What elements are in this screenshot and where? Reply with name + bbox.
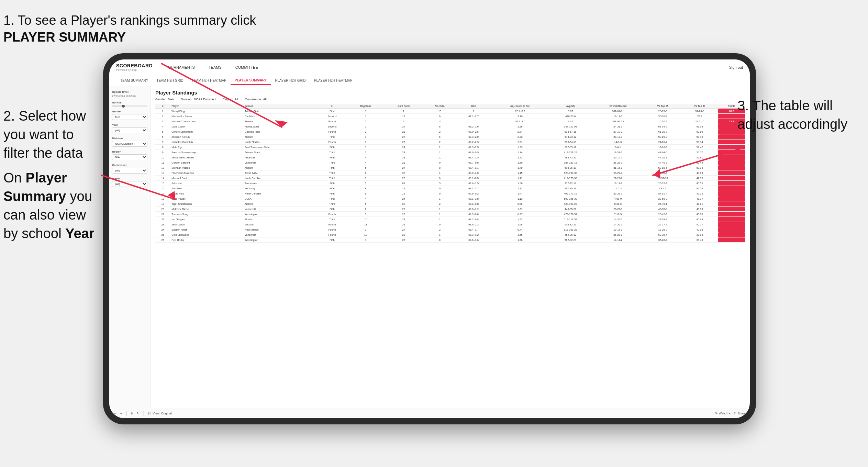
logo-sub: Powered by dippi — [116, 68, 153, 71]
col-adj-score: Adj. Score to Par — [491, 104, 549, 109]
header-right: Sign out — [729, 65, 743, 69]
sidebar-conference: Conference (All) — [112, 164, 147, 174]
table-row: 2Michael Le SassoOle MissSecond118067.1 … — [155, 114, 745, 119]
sub-nav-player-summary[interactable]: PLAYER SUMMARY — [231, 76, 271, 85]
sub-nav-player-h2h-grid[interactable]: PLAYER H2H GRID — [271, 77, 310, 85]
table-row: 3Michael ThorbjornsonStanfordFourth22160… — [155, 119, 745, 124]
annotation-3: 3. The table will adjust accordingly — [737, 96, 861, 133]
no-rds-slider[interactable] — [112, 105, 147, 107]
table-row: 22Ian GilliganFloridaThird1024168.7 -0.8… — [155, 217, 745, 222]
filter-region: Region: All — [223, 98, 238, 101]
table-row: 13Phichaksn MaichonTexas A&MThird630169.… — [155, 170, 745, 176]
division-select[interactable]: NCAA Division I — [112, 141, 147, 147]
sign-out-link[interactable]: Sign out — [729, 65, 743, 69]
content-area: Player Standings Gender: Men Division: N… — [151, 86, 750, 408]
table-row: 4Luke ClatonFlorida StateSecond127668.2 … — [155, 124, 745, 129]
conference-label: Conference — [112, 164, 147, 167]
sidebar-region: Region N/A — [112, 150, 147, 160]
sub-nav-player-h2h-heatmap[interactable]: PLAYER H2H HEATMAP — [310, 77, 357, 85]
sidebar-division: Division NCAA Division I — [112, 137, 147, 147]
bottom-toolbar: ↩ ↪ | ⊕ ↻ | 📋 View: Original 👁 Watch ▾ ⬆… — [109, 408, 750, 418]
watch-btn[interactable]: 👁 Watch ▾ — [715, 412, 730, 415]
region-select[interactable]: N/A — [112, 154, 147, 160]
table-row: 14Maxwell FordNorth CarolinaThird723069.… — [155, 176, 745, 181]
annotation-1: 1. To see a Player's rankings summary cl… — [3, 12, 265, 46]
sidebar: Update time: 27/03/2024 16:56:26 No Rds.… — [109, 86, 151, 408]
player-label: Player — [112, 177, 147, 180]
sub-nav-team-h2h-heatmap[interactable]: TEAM H2H HEATMAP — [188, 77, 231, 85]
filter-conference: Conference: All — [245, 98, 267, 101]
share-btn[interactable]: ⬆ Share — [734, 412, 746, 415]
sub-nav-team-h2h-grid[interactable]: TEAM H2H GRID — [153, 77, 188, 85]
table-row: 7Nicholas GabrelcikNorth FloridaFourth12… — [155, 140, 745, 145]
no-rds-label: No Rds. — [112, 101, 147, 104]
table-row: 17David FordNorth CarolinaFifth919067.9 … — [155, 191, 745, 196]
table-row: 20Matthew RiedelVanderbiltFifth626168.0 … — [155, 207, 745, 212]
filter-gender: Gender: Men — [155, 98, 174, 101]
table-row: 24Bastien AmatNew MexicoFourth127269.4 -… — [155, 227, 745, 232]
table-row: 11Gordon SargentVanderbiltThird421068.7 … — [155, 160, 745, 165]
col-conf-rank: Conf Rank — [384, 104, 423, 109]
col-reg-rank: Reg Rank — [347, 104, 384, 109]
nav-committee[interactable]: COMMITTEE — [233, 64, 261, 71]
logo-area: SCOREBOARD Powered by dippi — [116, 63, 153, 71]
col-overall: Overall Record — [592, 104, 644, 109]
year-label: Year — [112, 123, 147, 126]
view-btn[interactable]: 📋 View: Original — [148, 412, 171, 415]
logo-text: SCOREBOARD — [116, 63, 153, 68]
sub-nav: TEAM SUMMARY TEAM H2H GRID TEAM H2H HEAT… — [109, 75, 750, 86]
gender-select[interactable]: Men — [112, 114, 147, 120]
table-row: 8Mats EgeEast Tennessee StateFifth124268… — [155, 145, 745, 150]
nav-tournaments[interactable]: TOURNAMENTS — [163, 64, 198, 71]
redo-btn[interactable]: ↪ — [120, 412, 122, 415]
refresh-btn[interactable]: ↻ — [137, 412, 140, 415]
table-row: 12Brendan ValdesAuburnFifth527868.4 -1.1… — [155, 165, 745, 170]
table-row: 18Luke PowellUCLAFirst424169.1 -1.81.135… — [155, 196, 745, 201]
anno1-bold: PLAYER SUMMARY — [3, 30, 126, 44]
undo-btn[interactable]: ↩ — [113, 412, 116, 415]
table-row: 16Alex GoffKentuckyFifth819068.3 -1.71.9… — [155, 186, 745, 191]
player-select[interactable]: (All) — [112, 181, 147, 187]
sidebar-player: Player (All) — [112, 177, 147, 187]
sub-nav-team-summary[interactable]: TEAM SUMMARY — [116, 77, 153, 85]
filters-row: Gender: Men Division: NCAA Division I Re… — [155, 98, 745, 101]
col-vs-top50: Vs Top 50 — [681, 104, 718, 109]
table-row: 10Jacob Skov OlesenArkansasFifth4231068.… — [155, 155, 745, 160]
col-avg-sg: Avg SG — [549, 104, 592, 109]
sidebar-gender: Gender Men — [112, 110, 147, 120]
col-vs-top25: Vs Top 25 — [644, 104, 681, 109]
table-row: 5Christo LamprechtGeorgia TechFourth2212… — [155, 129, 745, 134]
col-school: School — [243, 104, 317, 109]
table-row: 6Jackson KoivunAuburnFirst127667.3 -2.02… — [155, 134, 745, 140]
year-select[interactable]: (All) — [112, 127, 147, 133]
sidebar-year: Year (All) — [112, 123, 147, 133]
gender-label: Gender — [112, 110, 147, 113]
table-row: 25Cole SherwoodVanderbiltFourth1223169.3… — [155, 232, 745, 237]
table-row: 1Wenyi DingArizona StateFirst1115167.1 -… — [155, 109, 745, 114]
region-label: Region — [112, 150, 147, 153]
sidebar-no-rds: No Rds. — [112, 101, 147, 107]
table-row: 19Tiger ChristensenArizonaThird523269.2 … — [155, 201, 745, 207]
main-content: Update time: 27/03/2024 16:56:26 No Rds.… — [109, 86, 750, 408]
col-player: Player — [170, 104, 243, 109]
table-row: 15Jake HallTennesseeFifth788569.6 -1.51.… — [155, 181, 745, 186]
annotation-4: On PlayerSummary youcan also viewby scho… — [3, 168, 103, 243]
division-label: Division — [112, 137, 147, 140]
update-label: Update time: — [112, 90, 147, 93]
copy-btn[interactable]: ⊕ — [131, 412, 133, 415]
col-no-rds: No. Rds. — [423, 104, 456, 109]
app-header: SCOREBOARD Powered by dippi TOURNAMENTS … — [109, 59, 750, 75]
tablet-screen: SCOREBOARD Powered by dippi TOURNAMENTS … — [109, 59, 750, 418]
page-title: Player Standings — [155, 90, 745, 96]
table-row: 26Petr HrubyWashingtonFifth725068.6 -1.6… — [155, 237, 745, 243]
table-header-row: # Player School Yr Reg Rank Conf Rank No… — [155, 104, 745, 109]
main-nav: TOURNAMENTS TEAMS COMMITTEE — [163, 64, 261, 71]
nav-teams[interactable]: TEAMS — [206, 64, 224, 71]
table-row: 21Taehoon SongWashingtonFourth523168.3 -… — [155, 212, 745, 217]
annotation-2: 2. Select how you want to filter the dat… — [3, 107, 96, 162]
filter-division: Division: NCAA Division I — [181, 98, 216, 101]
conference-select[interactable]: (All) — [112, 168, 147, 174]
sidebar-update: Update time: 27/03/2024 16:56:26 — [112, 90, 147, 98]
player-standings-table: # Player School Yr Reg Rank Conf Rank No… — [155, 104, 745, 243]
table-row: 9Preston SummerhaysArizona StateThird324… — [155, 150, 745, 155]
